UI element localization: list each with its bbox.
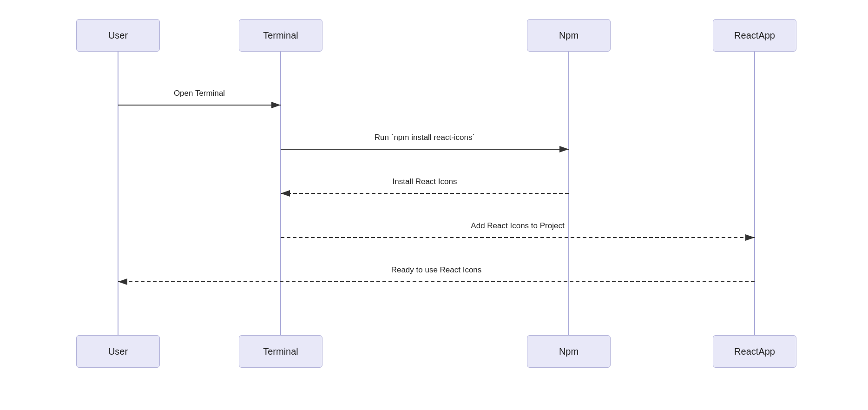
participant-box-top-user: User	[76, 19, 160, 52]
participant-box-top-reactapp: ReactApp	[713, 19, 796, 52]
msg-label-msg1: Open Terminal	[106, 89, 292, 98]
msg-label-msg5: Ready to use React Icons	[343, 265, 529, 275]
participant-box-bottom-user: User	[76, 335, 160, 368]
participant-box-top-terminal: Terminal	[239, 19, 322, 52]
msg-label-msg4: Add React Icons to Project	[425, 221, 611, 231]
lifeline-reactapp	[754, 52, 755, 335]
msg-label-msg2: Run `npm install react-icons`	[332, 133, 518, 142]
participant-box-top-npm: Npm	[527, 19, 611, 52]
participant-box-bottom-npm: Npm	[527, 335, 611, 368]
sequence-diagram: UserTerminalNpmReactAppUserTerminalNpmRe…	[39, 14, 829, 396]
participant-box-bottom-terminal: Terminal	[239, 335, 322, 368]
msg-label-msg3: Install React Icons	[332, 177, 518, 186]
participant-box-bottom-reactapp: ReactApp	[713, 335, 796, 368]
lifeline-npm	[568, 52, 569, 335]
